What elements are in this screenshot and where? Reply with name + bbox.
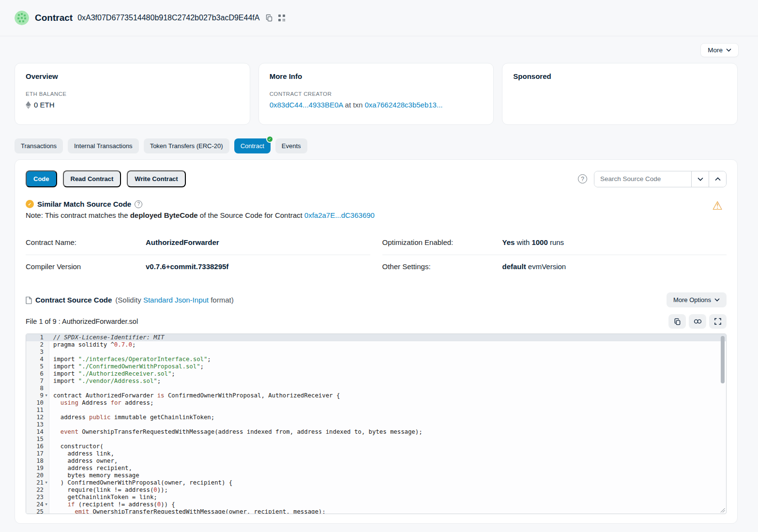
line-number[interactable]: 21▼ [26, 479, 49, 486]
line-number[interactable]: 13 [26, 421, 49, 428]
tab-token-transfers-label: Token Transfers (ERC-20) [150, 142, 223, 150]
line-number[interactable]: 2 [26, 341, 49, 349]
code-text: import "./ConfirmedOwnerWithProposal.sol… [49, 363, 204, 370]
search-zone: ? [578, 171, 727, 187]
line-number[interactable]: 4 [26, 356, 49, 363]
copy-address-icon[interactable] [265, 14, 273, 22]
line-number[interactable]: 5 [26, 363, 49, 370]
line-number[interactable]: 3 [26, 349, 49, 356]
code-line: 20 bytes memory message [26, 472, 726, 479]
more-dropdown-button[interactable]: More [700, 43, 739, 57]
copy-icon [674, 318, 681, 325]
tab-internal-transactions[interactable]: Internal Transactions [68, 138, 139, 153]
matched-contract-link[interactable]: 0xfa2a7E...dC363690 [304, 211, 375, 219]
tab-contract[interactable]: Contract ✓ [234, 138, 271, 153]
line-number[interactable]: 23 [26, 494, 49, 501]
line-number[interactable]: 10 [26, 399, 49, 407]
code-text: emit OwnershipTransferRequestedWithMessa… [49, 508, 326, 514]
json-input-link[interactable]: Standard Json-Input [143, 296, 209, 304]
code-line: 7import "./vendor/Address.sol"; [26, 378, 726, 385]
code-text [49, 349, 57, 356]
warning-triangle-icon[interactable]: ⚠ [712, 200, 723, 212]
line-number[interactable]: 14 [26, 428, 49, 436]
code-line: 17 address link, [26, 450, 726, 457]
code-text: address owner, [49, 457, 118, 465]
line-number[interactable]: 11 [26, 407, 49, 414]
sponsored-title: Sponsored [513, 72, 727, 80]
line-number[interactable]: 20 [26, 472, 49, 479]
line-number[interactable]: 7 [26, 378, 49, 385]
code-line: 11 [26, 407, 726, 414]
qr-code-icon[interactable] [278, 14, 286, 22]
source-code-title: Contract Source Code [35, 296, 112, 304]
contract-name-label: Contract Name: [26, 238, 146, 246]
similar-match-section: ✓ Similar Match Source Code ? Note: This… [26, 200, 727, 219]
creator-address-link[interactable]: 0x83dC44...4933BE0A [270, 101, 343, 109]
tab-transactions[interactable]: Transactions [15, 138, 63, 153]
search-next-button[interactable] [691, 171, 709, 187]
similar-match-text: ✓ Similar Match Source Code ? Note: This… [26, 200, 375, 219]
more-options-button[interactable]: More Options [667, 292, 727, 307]
source-code-viewer[interactable]: 1// SPDX-License-Identifier: MIT2pragma … [26, 334, 727, 514]
line-number[interactable]: 15 [26, 436, 49, 443]
overview-title: Overview [26, 72, 239, 80]
tab-code[interactable]: Code [26, 170, 57, 187]
contract-identicon [15, 11, 29, 25]
link-icon [694, 319, 702, 324]
fold-arrow-icon[interactable]: ▼ [44, 501, 49, 508]
other-settings-row: Other Settings: default evmVersion [382, 255, 727, 279]
file-row: File 1 of 9 : AuthorizedForwarder.sol [26, 314, 727, 329]
contract-creator-line: 0x83dC44...4933BE0A at txn 0xa7662428c3b… [270, 101, 483, 109]
code-text [49, 421, 57, 428]
line-number[interactable]: 18 [26, 457, 49, 465]
resize-handle[interactable] [720, 508, 725, 513]
code-tab-row: Code Read Contract Write Contract ? [26, 170, 727, 187]
line-number[interactable]: 12 [26, 414, 49, 421]
note-bold: deployed ByteCode [130, 211, 198, 219]
more-info-card: More Info CONTRACT CREATOR 0x83dC44...49… [258, 63, 494, 125]
permalink-button[interactable] [689, 314, 706, 329]
expand-button[interactable] [709, 314, 727, 329]
line-number[interactable]: 1 [26, 334, 49, 341]
search-source-code-input[interactable] [594, 171, 691, 187]
creation-txn-link[interactable]: 0xa7662428c3b5eb13... [364, 101, 442, 109]
fold-arrow-icon[interactable]: ▼ [44, 392, 49, 399]
compiler-version-value: v0.7.6+commit.7338295f [146, 262, 228, 271]
similar-match-title: Similar Match Source Code [37, 200, 131, 208]
similar-match-help-icon[interactable]: ? [135, 200, 142, 208]
code-text: require(link != address(0)); [49, 486, 168, 494]
source-code-title-line: Contract Source Code (Solidity Standard … [26, 296, 234, 304]
tab-token-transfers[interactable]: Token Transfers (ERC-20) [144, 138, 229, 153]
code-text: constructor( [49, 443, 104, 450]
line-number[interactable]: 9▼ [26, 392, 49, 399]
code-line: 15 [26, 436, 726, 443]
tab-events[interactable]: Events [275, 138, 307, 153]
line-number[interactable]: 16 [26, 443, 49, 450]
line-number[interactable]: 8 [26, 385, 49, 392]
format-text: (Solidity Standard Json-Input format) [115, 296, 233, 304]
code-scrollbar-thumb[interactable] [721, 336, 725, 383]
help-icon[interactable]: ? [578, 174, 587, 183]
line-number[interactable]: 17 [26, 450, 49, 457]
line-number[interactable]: 6 [26, 370, 49, 378]
code-pill-group: Code Read Contract Write Contract [26, 170, 186, 187]
format-suffix: format) [209, 296, 234, 304]
other-settings-value: default evmVersion [502, 262, 566, 271]
line-number[interactable]: 25 [26, 508, 49, 514]
code-text: getChainlinkToken = link; [49, 494, 157, 501]
fold-arrow-icon[interactable]: ▼ [44, 479, 49, 486]
tab-internal-transactions-label: Internal Transactions [74, 142, 133, 150]
line-number[interactable]: 22 [26, 486, 49, 494]
code-line: 18 address owner, [26, 457, 726, 465]
line-number[interactable]: 19 [26, 465, 49, 472]
eth-balance-text: 0 ETH [34, 101, 55, 109]
eth-balance-value: 0 ETH [26, 101, 239, 109]
verified-check-icon: ✓ [266, 136, 273, 143]
copy-source-button[interactable] [668, 314, 686, 329]
tab-write-contract[interactable]: Write Contract [127, 170, 185, 187]
code-line: 21▼ ) ConfirmedOwnerWithProposal(owner, … [26, 479, 726, 486]
line-number[interactable]: 24▼ [26, 501, 49, 508]
search-prev-button[interactable] [709, 171, 726, 187]
more-dropdown-label: More [708, 46, 723, 54]
tab-read-contract[interactable]: Read Contract [63, 170, 121, 187]
